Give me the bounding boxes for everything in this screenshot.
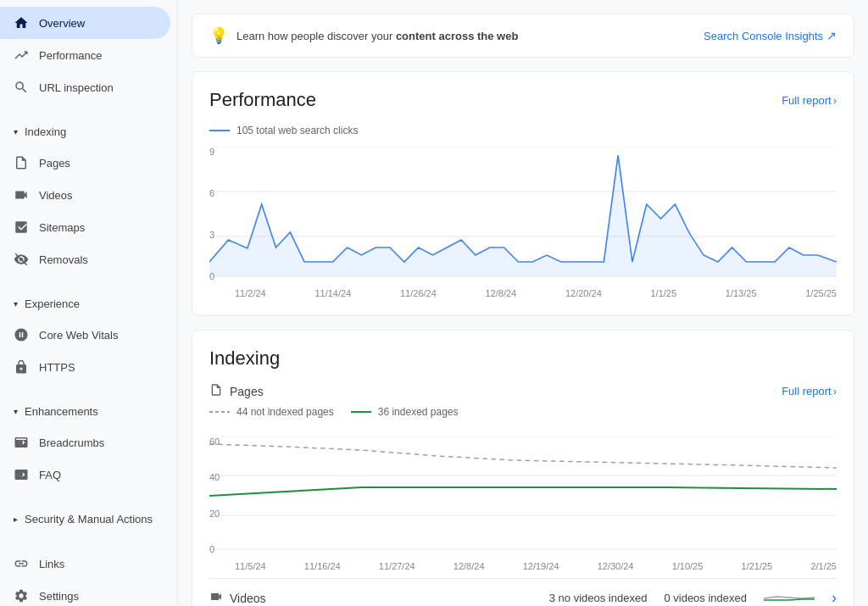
- indexing-arrow-icon: ▾: [14, 127, 18, 136]
- sidebar-performance-label: Performance: [39, 49, 102, 62]
- sidebar-https-label: HTTPS: [39, 361, 75, 374]
- sidebar-item-pages[interactable]: Pages: [0, 147, 170, 179]
- sidebar-section-experience[interactable]: ▾ Experience: [0, 289, 177, 319]
- performance-title: Performance: [209, 89, 316, 111]
- search-console-insights-link[interactable]: Search Console Insights ↗: [704, 29, 837, 42]
- sidebar-sitemaps-label: Sitemaps: [39, 221, 85, 234]
- performance-legend: 105 total web search clicks: [209, 125, 837, 136]
- videos-row: Videos 3 no videos indexed 0 videos inde…: [209, 578, 837, 606]
- videos-mini-chart: [764, 590, 815, 607]
- sidebar-overview-label: Overview: [39, 17, 85, 30]
- enhancements-arrow-icon: ▾: [14, 407, 18, 416]
- indexing-x-labels: 11/5/24 11/16/24 11/27/24 12/8/24 12/19/…: [235, 561, 837, 571]
- sidebar-section-enhancements[interactable]: ▾ Enhancements: [0, 397, 177, 426]
- experience-arrow-icon: ▾: [14, 299, 18, 309]
- sidebar-enhancements-label: Enhancements: [25, 405, 98, 418]
- performance-card: Performance Full report › 105 total web …: [192, 71, 854, 316]
- not-indexed-legend: 44 not indexed pages: [209, 406, 334, 418]
- info-banner: 💡 Learn how people discover your content…: [192, 14, 854, 58]
- videos-not-indexed-stat: 3 no videos indexed: [549, 592, 648, 604]
- video-icon: [14, 187, 29, 203]
- indexing-card: Indexing Pages Full report › 44 not inde…: [192, 330, 854, 606]
- sidebar-item-faq[interactable]: FAQ: [0, 459, 170, 491]
- external-link-icon: ↗: [826, 29, 837, 42]
- sidebar-pages-label: Pages: [39, 157, 70, 170]
- sidebar-removals-label: Removals: [39, 253, 88, 266]
- performance-full-report-link[interactable]: Full report ›: [782, 94, 837, 107]
- chevron-right-icon: ›: [833, 94, 837, 107]
- sidebar-item-settings[interactable]: Settings: [0, 580, 170, 606]
- home-icon: [14, 15, 29, 31]
- indexing-chart-svg: [209, 436, 837, 555]
- sidebar-experience-label: Experience: [25, 297, 80, 310]
- sidebar-item-performance[interactable]: Performance: [0, 39, 170, 71]
- trending-up-icon: [14, 47, 29, 63]
- sidebar-item-core-web-vitals[interactable]: Core Web Vitals: [0, 319, 170, 351]
- security-arrow-icon: ▸: [14, 514, 18, 524]
- indexed-legend-text: 36 indexed pages: [378, 406, 459, 418]
- sidebar-item-breadcrumbs[interactable]: Breadcrumbs: [0, 426, 170, 459]
- sidebar-section-indexing[interactable]: ▾ Indexing: [0, 117, 177, 147]
- lightbulb-icon: 💡: [209, 26, 228, 45]
- performance-y-labels: 9 6 3 0: [209, 147, 230, 281]
- banner-left: 💡 Learn how people discover your content…: [209, 26, 518, 45]
- speed-icon: [14, 327, 29, 342]
- svg-marker-5: [209, 155, 837, 276]
- sidebar-indexing-label: Indexing: [25, 125, 66, 138]
- videos-label: Videos: [230, 592, 266, 605]
- videos-stats: 3 no videos indexed 0 videos indexed ›: [549, 589, 837, 606]
- pages-sub-icon: [209, 383, 223, 399]
- sitemaps-icon: [14, 220, 29, 235]
- indexed-legend: 36 indexed pages: [351, 406, 459, 418]
- banner-text: Learn how people discover your content a…: [236, 30, 518, 42]
- indexing-sub-header: Pages Full report ›: [209, 383, 837, 399]
- performance-legend-text: 105 total web search clicks: [236, 125, 358, 136]
- sidebar-item-https[interactable]: HTTPS: [0, 351, 170, 383]
- pages-icon: [14, 155, 29, 170]
- sidebar-videos-label: Videos: [39, 189, 73, 202]
- sidebar-faq-label: FAQ: [39, 469, 61, 481]
- sidebar-breadcrumbs-label: Breadcrumbs: [39, 436, 104, 449]
- sidebar-links-label: Links: [39, 558, 64, 570]
- sidebar-item-sitemaps[interactable]: Sitemaps: [0, 211, 170, 243]
- indexing-title: Indexing: [209, 347, 280, 370]
- sidebar-item-url-inspection[interactable]: URL inspection: [0, 71, 170, 103]
- not-indexed-legend-text: 44 not indexed pages: [236, 406, 334, 418]
- lock-icon: [14, 359, 29, 375]
- indexing-legend: 44 not indexed pages 36 indexed pages: [209, 406, 837, 428]
- settings-icon: [14, 588, 29, 603]
- sidebar-item-links[interactable]: Links: [0, 548, 170, 580]
- performance-chart-svg: [209, 147, 837, 282]
- indexing-card-header: Indexing: [209, 347, 837, 370]
- performance-x-labels: 11/2/24 11/14/24 11/26/24 12/8/24 12/20/…: [235, 288, 837, 298]
- videos-sub-title: Videos: [209, 590, 266, 606]
- legend-blue-line: [209, 130, 230, 131]
- performance-chart-area: 9 6 3 0: [209, 147, 837, 298]
- removals-icon: [14, 252, 29, 267]
- indexing-full-report-link[interactable]: Full report ›: [782, 385, 837, 398]
- videos-indexed-stat: 0 videos indexed: [664, 592, 747, 604]
- sidebar-section-security[interactable]: ▸ Security & Manual Actions: [0, 504, 177, 534]
- links-icon: [14, 556, 29, 571]
- main-content: 💡 Learn how people discover your content…: [178, 0, 868, 606]
- sidebar-security-label: Security & Manual Actions: [25, 513, 153, 525]
- performance-card-header: Performance Full report ›: [209, 89, 837, 111]
- search-icon: [14, 80, 29, 95]
- sidebar-item-overview[interactable]: Overview: [0, 7, 170, 39]
- indexed-legend-line: [351, 411, 371, 413]
- indexing-chevron-icon: ›: [833, 385, 837, 398]
- sidebar-core-web-vitals-label: Core Web Vitals: [39, 329, 118, 342]
- videos-chevron-icon[interactable]: ›: [832, 589, 837, 606]
- sidebar-item-removals[interactable]: Removals: [0, 243, 170, 275]
- sidebar-settings-label: Settings: [39, 590, 79, 603]
- indexing-y-labels: 60 40 20 0: [209, 436, 230, 554]
- sidebar-url-inspection-label: URL inspection: [39, 81, 114, 94]
- sidebar: Overview Performance URL inspection ▾ In…: [0, 0, 178, 606]
- videos-sub-icon: [209, 590, 223, 606]
- indexing-chart-area: 60 40 20 0: [209, 436, 837, 571]
- faq-icon: [14, 467, 29, 482]
- sidebar-item-videos[interactable]: Videos: [0, 179, 170, 211]
- breadcrumbs-icon: [14, 435, 29, 450]
- indexing-pages-title: Pages: [209, 383, 264, 399]
